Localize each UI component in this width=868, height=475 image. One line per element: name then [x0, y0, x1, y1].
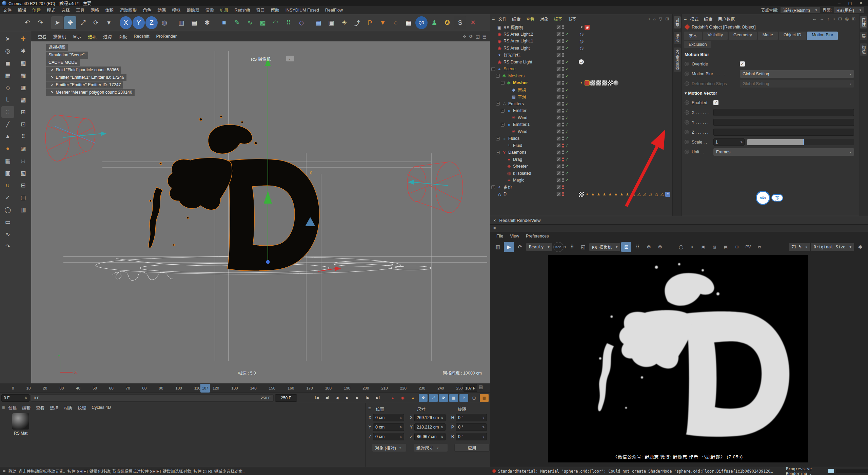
render-canvas[interactable]: 〈微信公众号: 野鹿志 微博: 野鹿志 作者: 马鹿野郎〉 (7.05s): [548, 255, 808, 462]
maximize-button[interactable]: ▢: [845, 1, 855, 5]
om-vertical-tab[interactable]: 场次: [674, 32, 681, 44]
y-field[interactable]: [713, 119, 854, 126]
coord-system-icon[interactable]: ◍: [158, 16, 171, 29]
grid-tile-icon[interactable]: ⊞: [17, 106, 29, 118]
menu-item[interactable]: 角色: [140, 6, 154, 14]
viewport-corner-icon[interactable]: ◱: [475, 34, 479, 39]
anim-dot-icon[interactable]: [685, 150, 689, 154]
anim-dot-icon[interactable]: [685, 110, 689, 115]
character-icon[interactable]: ♟: [428, 16, 440, 29]
autokey-icon[interactable]: ◉: [398, 394, 407, 402]
triangle-tag-icon[interactable]: [602, 192, 607, 197]
triangle-tag-icon[interactable]: [608, 192, 613, 197]
add-orange-icon[interactable]: ✚: [17, 33, 29, 44]
image-add-icon[interactable]: ⊞: [732, 242, 742, 252]
play-icon[interactable]: ▶: [504, 242, 514, 252]
hamburger-icon[interactable]: ≡: [368, 406, 371, 411]
sphere-tag-icon[interactable]: [613, 80, 618, 86]
thumb-icon[interactable]: ▩: [17, 82, 29, 93]
material-menu-item[interactable]: Cycles 4D: [89, 404, 114, 411]
attr-menu-icon[interactable]: ○: [832, 16, 835, 21]
rs-light-tag-icon[interactable]: [579, 39, 584, 44]
render-settings-icon[interactable]: ✱: [201, 16, 213, 29]
visibility-dots[interactable]: [562, 157, 564, 162]
checker-tag-icon[interactable]: [608, 80, 613, 86]
rotation-p-input[interactable]: 0 °⇅: [456, 423, 487, 431]
triangle-tag-icon[interactable]: [596, 192, 601, 197]
camera-icon[interactable]: ▣: [325, 16, 337, 29]
texture-tag-icon[interactable]: [590, 80, 595, 86]
menu-item[interactable]: 文件: [0, 6, 15, 14]
goto-start-icon[interactable]: I◀: [312, 394, 321, 402]
move-tool-icon[interactable]: ✥: [64, 16, 76, 29]
scale-slider[interactable]: [747, 139, 854, 145]
section-title[interactable]: ▾ Motion Vector: [682, 89, 859, 98]
d-letter-mesh[interactable]: [149, 116, 319, 271]
viewport-menu-item[interactable]: 选项: [85, 32, 100, 41]
object-origin-point[interactable]: [266, 260, 270, 264]
thumb-icon[interactable]: ▩: [17, 57, 29, 69]
expand-toggle-icon[interactable]: −: [496, 102, 500, 106]
om-vertical-tab[interactable]: 对象: [674, 16, 681, 28]
sphere-tool-icon[interactable]: S: [454, 16, 466, 29]
object-row[interactable]: − ✱ Meshers ✓: [490, 73, 672, 80]
viewport-menu-item[interactable]: 过滤: [100, 32, 115, 41]
x-axis-lock-icon[interactable]: X: [120, 16, 132, 29]
enable-checkmark[interactable]: ✓: [565, 74, 570, 78]
enable-checkmark[interactable]: ✓: [565, 157, 570, 162]
motion-blur-select[interactable]: Global Setting˅: [740, 70, 854, 78]
object-row[interactable]: ◉ RS Area Light.1 ✓: [490, 38, 672, 45]
viewport-menu-item[interactable]: 查看: [35, 32, 50, 41]
timeline-ruler[interactable]: 0102030405060708090100110120130140150160…: [0, 383, 490, 393]
live-select-icon[interactable]: ➤: [51, 16, 63, 29]
visibility-dots[interactable]: [562, 95, 564, 99]
object-row[interactable]: ◆ 置换 ✓: [490, 87, 672, 94]
expand-toggle-icon[interactable]: −: [501, 109, 505, 113]
visibility-dots[interactable]: [562, 102, 564, 106]
timeline-playhead[interactable]: 107: [200, 384, 210, 393]
render-picture-viewer-icon[interactable]: ▤: [188, 16, 200, 29]
rv-menu-item[interactable]: Preferences: [523, 233, 552, 239]
om-menu-item[interactable]: 标签: [551, 15, 565, 23]
minus-tile-icon[interactable]: ⊟: [17, 179, 29, 191]
menu-item[interactable]: INSYDIUM Fused: [282, 7, 322, 14]
crop-icon[interactable]: ◱: [578, 242, 588, 252]
object-row[interactable]: ◉ RS Area Light.2 ✓: [490, 31, 672, 38]
gyro-icon[interactable]: ✪: [441, 16, 453, 29]
attr-menu-icon[interactable]: ◎: [845, 16, 849, 21]
visibility-dots[interactable]: [562, 32, 564, 36]
current-frame-box[interactable]: 107 F: [463, 384, 477, 392]
layer-toggle[interactable]: [556, 88, 561, 92]
enable-checkmark[interactable]: ✓: [565, 115, 570, 120]
enable-checkmark[interactable]: ✓: [565, 66, 570, 71]
expand-toggle-icon[interactable]: −: [496, 137, 500, 140]
grid-tile-icon[interactable]: ⊡: [17, 118, 29, 130]
end-frame-box[interactable]: 250 F: [275, 394, 297, 402]
layer-toggle[interactable]: [556, 46, 561, 50]
object-row[interactable]: − ✱ Mesher ✓: [490, 79, 672, 87]
dots-tile-icon[interactable]: ∺: [17, 155, 29, 167]
z-field[interactable]: [713, 129, 854, 136]
enable-snap-icon[interactable]: ✓: [1, 192, 14, 203]
goto-end-icon[interactable]: ▶I: [373, 394, 382, 402]
size-mode-select[interactable]: 绝对尺寸˅: [414, 444, 448, 452]
visibility-dots[interactable]: [562, 60, 564, 64]
extrude-icon[interactable]: ◠: [270, 16, 282, 29]
anim-dot-icon[interactable]: [685, 72, 689, 76]
size-x-input[interactable]: 269.126 cm⇅: [414, 414, 446, 421]
layer-toggle[interactable]: [556, 67, 561, 71]
attribute-tab[interactable]: Visibility: [703, 32, 728, 40]
material-menu-item[interactable]: 纹理: [75, 404, 89, 412]
enable-checkmark[interactable]: ✓: [565, 46, 570, 51]
coord-mode-select[interactable]: 对象 (相对)˅: [372, 444, 406, 452]
separator[interactable]: [171, 16, 175, 29]
anim-dot-icon[interactable]: [685, 140, 689, 144]
rs-material-tag-icon[interactable]: [585, 80, 590, 86]
attribute-tab[interactable]: 基本: [684, 32, 702, 40]
enabled-checkbox[interactable]: ✓: [713, 100, 718, 105]
om-menu-icon[interactable]: ○: [647, 16, 650, 21]
prev-frame-icon[interactable]: ◀: [333, 394, 341, 402]
grid-snap-icon[interactable]: ▦: [1, 155, 14, 167]
viewport-corner-icon[interactable]: ✛: [463, 34, 467, 39]
layer-toggle[interactable]: [556, 60, 561, 64]
